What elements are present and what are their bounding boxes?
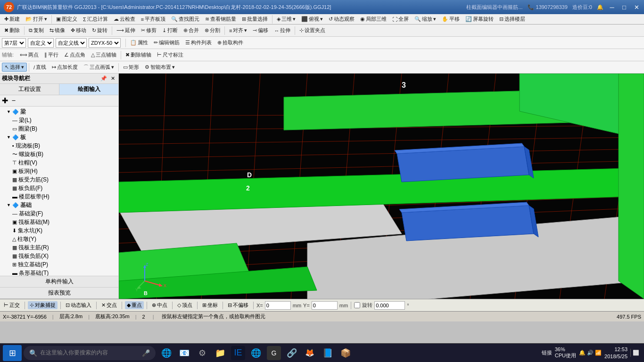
panel-pin-button[interactable]: 📌 [99, 75, 108, 82]
maximize-button[interactable]: □ [620, 3, 628, 11]
menu-batch[interactable]: ⊞ 批量选择 [239, 15, 270, 23]
section-project-settings[interactable]: 工程设置 [0, 84, 59, 95]
tool-copy[interactable]: ⧉ 复制 [26, 26, 46, 34]
tool-dim[interactable]: ⊢ 尺寸标注 [155, 51, 186, 59]
tree-item-raft-main-rebar[interactable]: ▦ 筏板主筋(R) [0, 243, 118, 252]
tree-item-pit[interactable]: ⬇ 集水坑(K) [0, 226, 118, 235]
tree-arrow[interactable]: ▼ [7, 109, 12, 114]
tree-item-pedestal[interactable]: △ 柱墩(Y) [0, 235, 118, 243]
menu-pan[interactable]: ✋ 平移 [439, 15, 462, 23]
x-coord-input[interactable] [265, 301, 291, 310]
rotate-checkbox[interactable] [354, 302, 360, 308]
taskbar-icon-4[interactable]: 📁 [213, 346, 227, 360]
tool-extend[interactable]: ⟶ 延伸 [114, 26, 138, 34]
taskbar-icon-7[interactable]: G [267, 346, 281, 360]
tray-show-desktop[interactable]: ⬜ [630, 349, 641, 357]
close-button[interactable]: ✕ [633, 3, 640, 11]
tool-straight-line[interactable]: / 直线 [31, 63, 49, 71]
tree-item-neg-rebar[interactable]: ▦ 板负筋(F) [0, 184, 118, 192]
tool-parallel[interactable]: ∥ 平行 [42, 51, 61, 59]
tree-item-raft[interactable]: ▣ 筏板基础(M) [0, 218, 118, 226]
start-button[interactable]: ⊞ [3, 345, 22, 361]
panel-minus-icon[interactable]: － [10, 96, 17, 106]
tool-trim[interactable]: ✂ 修剪 [139, 26, 159, 34]
panel-close-button[interactable]: ✕ [109, 75, 116, 82]
tool-three-point-arc[interactable]: ⌒ 三点画弧 ▾ [81, 63, 116, 71]
tool-three-point-axis[interactable]: △ 三点辅轴 [89, 51, 119, 59]
tool-component-list[interactable]: ☰ 构件列表 [183, 39, 214, 47]
y-coord-input[interactable] [312, 301, 338, 310]
tool-point-angle[interactable]: ∠ 点点角 [62, 51, 88, 59]
tree-item-isolated[interactable]: ⊞ 独立基础(P) [0, 260, 118, 269]
zdyx-dropdown[interactable]: ZDYX-50 [89, 38, 121, 48]
tree-item-ring-beam[interactable]: ▭ 圈梁(B) [0, 124, 118, 133]
menu-select-floor[interactable]: ⊟ 选择楼层 [497, 15, 528, 23]
panel-add-icon[interactable]: ✚ [2, 96, 8, 105]
tool-move[interactable]: ✥ 移动 [68, 26, 89, 34]
tool-stretch[interactable]: ↔ 拉伸 [272, 26, 293, 34]
snap-dynamic[interactable]: ⊡ 动态输入 [64, 301, 93, 309]
menu-zoom[interactable]: 🔍 缩放 ▾ [412, 15, 438, 23]
tree-item-spiral-slab[interactable]: 〜 螺旋板(B) [0, 150, 118, 158]
tree-category-foundation[interactable]: ▼ 🔷 基础 [0, 201, 118, 209]
title-icon-bell[interactable]: 🔔 [597, 4, 603, 10]
menu-open[interactable]: 📂 打开 ▾ [23, 15, 50, 23]
menu-new[interactable]: ✚ 新建 [2, 15, 22, 23]
taskbar-search[interactable]: 🔍 在这里输入你要搜索的内容 🎤 [24, 346, 156, 360]
menu-fullscreen[interactable]: ⛶ 全屏 [390, 15, 411, 23]
taskbar-icon-11[interactable]: 📦 [339, 346, 353, 360]
tool-merge[interactable]: ⊕ 合并 [181, 26, 201, 34]
menu-find-element[interactable]: 🔍 查找图元 [169, 15, 202, 23]
tool-mirror[interactable]: ⇆ 镜像 [47, 26, 67, 34]
tool-select[interactable]: ↖ 选择 ▾ [2, 63, 27, 72]
floor-type-dropdown[interactable]: 自定义 [28, 38, 54, 48]
floor-dropdown[interactable]: 第7层 [2, 38, 26, 48]
tool-delete-axis[interactable]: ✖ 删除辅轴 [123, 51, 154, 59]
tool-point-length[interactable]: ↦ 点加长度 [50, 63, 80, 71]
tool-rotate[interactable]: ↻ 旋转 [90, 26, 110, 34]
snap-ortho[interactable]: ⊢ 正交 [2, 301, 22, 309]
menu-3d[interactable]: ◈ 三维 ▾ [274, 15, 298, 23]
section-drawing-input[interactable]: 绘图输入 [59, 84, 118, 95]
tool-two-point[interactable]: ⟺ 两点 [17, 51, 41, 59]
tree-item-foundation-beam[interactable]: — 基础梁(F) [0, 209, 118, 218]
menu-screen-rotate[interactable]: 🔄 屏幕旋转 [463, 15, 496, 23]
menu-calc[interactable]: Σ 汇总计算 [81, 15, 110, 23]
tool-split[interactable]: ⊗ 分割 [202, 26, 223, 34]
taskbar-icon-2[interactable]: 📧 [177, 346, 191, 360]
rotate-input[interactable] [374, 301, 405, 310]
taskbar-icon-6[interactable]: 🌐 [249, 346, 263, 360]
taskbar-icon-8[interactable]: 🔗 [285, 346, 299, 360]
menu-dynamic[interactable]: ↺ 动态观察 [326, 15, 357, 23]
menu-top-view[interactable]: ⬛ 俯视 ▾ [299, 15, 325, 23]
tool-delete[interactable]: ✖ 删除 [2, 26, 22, 34]
snap-object[interactable]: ⊹ 对象捕捉 [28, 301, 58, 309]
snap-vertex[interactable]: ◇ 顶点 [175, 301, 194, 309]
tool-offset[interactable]: ⤙ 偏移 [250, 26, 271, 34]
tree-item-strip[interactable]: ▬ 条形基础(T) [0, 269, 118, 276]
snap-midpoint[interactable]: ◆ 重点 [125, 301, 144, 309]
taskbar-icon-9[interactable]: 🦊 [303, 346, 317, 360]
tool-grip[interactable]: ⊹ 设置夹点 [297, 26, 328, 34]
tree-arrow-foundation[interactable]: ▼ [7, 203, 12, 207]
tool-edit-rebar[interactable]: ✏ 编辑钢筋 [151, 39, 182, 47]
viewport[interactable]: 3 D 2 B Z X Y B [119, 74, 644, 299]
menu-cloud-check[interactable]: ☁ 云检查 [111, 15, 138, 23]
tree-item-floor-band[interactable]: ▬ 楼层板带(H) [0, 192, 118, 201]
tree-item-raft-neg-rebar[interactable]: ▦ 筏板负筋(X) [0, 252, 118, 260]
snap-coord[interactable]: ⊞ 坐标 [200, 301, 220, 309]
menu-define[interactable]: ▣ 图定义 [54, 15, 80, 23]
tool-align[interactable]: ≡ 对齐 ▾ [227, 26, 249, 34]
report-preview-button[interactable]: 报表预览 [0, 288, 118, 299]
tree-item-col-cap[interactable]: ⊤ 柱帽(V) [0, 158, 118, 167]
tree-category-beam[interactable]: ▼ 🔷 梁 [0, 107, 118, 116]
tool-rectangle[interactable]: ▭ 矩形 [121, 63, 141, 71]
tool-properties[interactable]: 📋 属性 [128, 39, 150, 47]
minimize-button[interactable]: ─ [608, 3, 616, 11]
taskbar-icon-5[interactable]: IE [231, 346, 245, 360]
tree-item-beam-l[interactable]: — 梁(L) [0, 116, 118, 124]
line-type-dropdown[interactable]: 自定义线 [56, 38, 87, 48]
snap-intersection[interactable]: ✕ 交点 [99, 301, 119, 309]
tree-category-slab[interactable]: ▼ 🔷 板 [0, 133, 118, 141]
menu-view-rebar[interactable]: ≋ 查看钢筋量 [203, 15, 239, 23]
